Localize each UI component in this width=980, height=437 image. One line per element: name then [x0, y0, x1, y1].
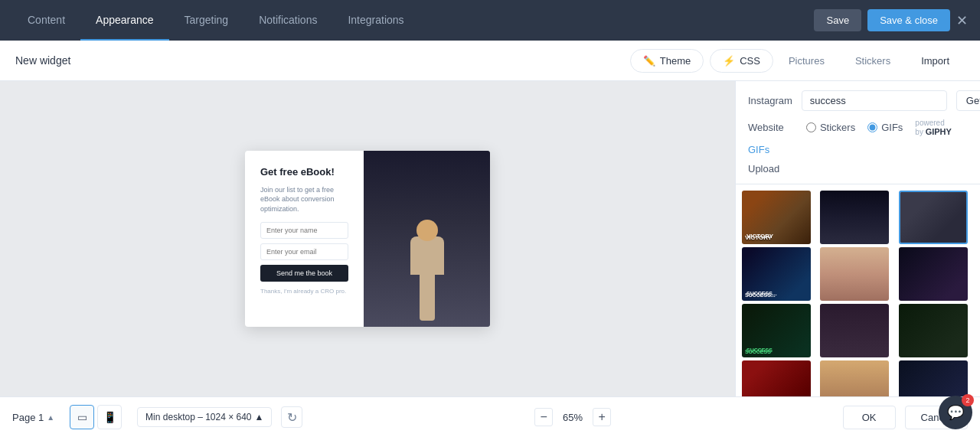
widget-thanks-text: Thanks, I'm already a CRO pro.	[260, 288, 348, 295]
css-label: CSS	[740, 55, 760, 67]
save-button[interactable]: Save	[814, 9, 861, 31]
gif-grid: VICTORY SUCCESS... SUCCE	[736, 184, 980, 396]
tab-stickers[interactable]: Stickers	[840, 55, 906, 67]
radio-group: Stickers GIFs powered by GIPHY	[806, 119, 968, 136]
powered-by-label: powered by GIPHY	[915, 119, 968, 136]
upload-row: Upload	[748, 163, 968, 174]
main-area: Get free eBook! Join our list to get a f…	[0, 81, 980, 396]
gif-item-2[interactable]	[820, 191, 889, 244]
tab-notifications[interactable]: Notifications	[243, 0, 332, 41]
widget-email-input[interactable]	[260, 243, 348, 260]
css-button[interactable]: ⚡ CSS	[710, 49, 773, 73]
tab-pictures[interactable]: Pictures	[773, 55, 840, 67]
gif-item-5[interactable]	[820, 247, 889, 301]
gif-item-6[interactable]	[899, 247, 968, 301]
canvas: Get free eBook! Join our list to get a f…	[0, 81, 735, 396]
refresh-icon: ↻	[287, 410, 297, 425]
desktop-icon: ▭	[77, 411, 87, 423]
widget-name-input[interactable]	[260, 222, 348, 239]
gif-item-10[interactable]	[742, 360, 811, 396]
tab-integrations[interactable]: Integrations	[332, 0, 419, 41]
gif-item-12[interactable]	[899, 360, 968, 396]
widget-submit-button[interactable]: Send me the book	[260, 265, 348, 282]
zoom-level: 65%	[559, 412, 586, 423]
widget-name: New widget	[15, 54, 630, 67]
tab-appearance[interactable]: Appearance	[80, 0, 169, 41]
tab-targeting[interactable]: Targeting	[169, 0, 244, 41]
source-section: Instagram Get Website Stickers GIFs	[736, 81, 980, 184]
chevron-up-icon: ▲	[47, 413, 54, 422]
chat-badge: 2	[962, 394, 974, 406]
chat-bubble[interactable]: 💬 2	[939, 396, 972, 429]
gifs-radio[interactable]: GIFs	[867, 122, 903, 133]
css-icon: ⚡	[723, 55, 735, 67]
zoom-out-button[interactable]: −	[534, 408, 553, 426]
theme-css-buttons: ✏️ Theme ⚡ CSS	[630, 49, 773, 73]
resolution-label: Min desktop – 1024 × 640	[145, 412, 251, 422]
gif-item-3[interactable]	[899, 191, 968, 244]
bottom-bar: Page 1 ▲ ▭ 📱 Min desktop – 1024 × 640 ▲ …	[0, 396, 980, 437]
instagram-label[interactable]: Instagram	[748, 95, 792, 106]
widget-description: Join our list to get a free eBook about …	[260, 185, 348, 214]
tab-content[interactable]: Content	[12, 0, 80, 41]
zoom-controls: − 65% +	[534, 408, 611, 426]
mobile-button[interactable]: 📱	[97, 405, 122, 429]
theme-label: Theme	[660, 55, 691, 67]
desktop-button[interactable]: ▭	[70, 405, 94, 429]
widget-image	[364, 151, 490, 327]
gifs-row: GIFs	[748, 144, 968, 155]
gif-item-11[interactable]	[820, 360, 889, 396]
get-button[interactable]: Get	[956, 90, 980, 111]
gif-item-9[interactable]	[899, 304, 968, 357]
resolution-selector[interactable]: Min desktop – 1024 × 640 ▲	[137, 407, 272, 427]
website-label[interactable]: Website	[748, 122, 797, 133]
widget-title: Get free eBook!	[260, 166, 348, 179]
upload-label[interactable]: Upload	[748, 163, 802, 174]
website-row: Website Stickers GIFs powered by GIPHY	[748, 119, 968, 136]
widget-form: Get free eBook! Join our list to get a f…	[245, 151, 364, 327]
chat-icon: 💬	[947, 404, 964, 421]
top-navigation: Content Appearance Targeting Notificatio…	[0, 0, 980, 41]
page-indicator[interactable]: Page 1 ▲	[12, 412, 54, 423]
gif-item-7[interactable]: SUCCESS	[742, 304, 811, 357]
page-label: Page 1	[12, 412, 44, 423]
chevron-down-icon: ▲	[255, 412, 264, 422]
search-input[interactable]	[802, 90, 947, 111]
second-bar: New widget ✏️ Theme ⚡ CSS Pictures Stick…	[0, 41, 980, 81]
theme-icon: ✏️	[643, 55, 655, 67]
widget-preview: Get free eBook! Join our list to get a f…	[245, 151, 490, 327]
right-panel: Instagram Get Website Stickers GIFs	[735, 81, 980, 396]
instagram-row: Instagram Get	[748, 90, 968, 111]
theme-button[interactable]: ✏️ Theme	[630, 49, 704, 73]
widget-image-placeholder	[364, 151, 490, 327]
save-close-button[interactable]: Save & close	[867, 9, 950, 31]
zoom-in-button[interactable]: +	[593, 408, 611, 426]
stickers-radio[interactable]: Stickers	[806, 122, 855, 133]
gifs-label[interactable]: GIFs	[748, 144, 802, 155]
gif-item-1[interactable]: VICTORY	[742, 191, 811, 244]
device-buttons: ▭ 📱	[70, 405, 122, 429]
tab-import[interactable]: Import	[906, 55, 965, 67]
gif-item-8[interactable]	[820, 304, 889, 357]
close-button[interactable]: ✕	[956, 12, 968, 29]
mobile-icon: 📱	[103, 411, 116, 423]
gif-item-4[interactable]: SUCCESS...	[742, 247, 811, 301]
ok-button[interactable]: OK	[843, 406, 896, 429]
refresh-button[interactable]: ↻	[281, 406, 302, 428]
